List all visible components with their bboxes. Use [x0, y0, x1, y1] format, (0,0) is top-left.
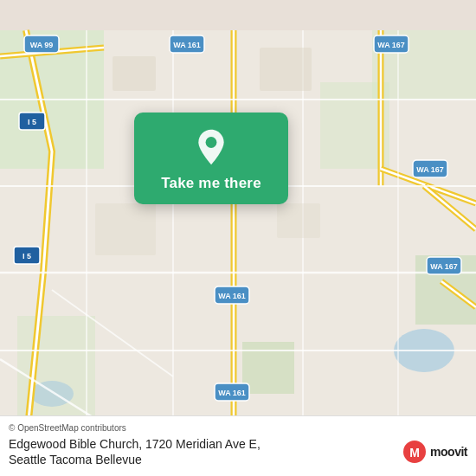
svg-text:M: M — [409, 446, 420, 460]
location-text: Edgewood Bible Church, 1720 Meridian Ave… — [9, 436, 394, 467]
svg-text:WA 99: WA 99 — [30, 41, 54, 49]
location-pin-icon — [192, 128, 230, 166]
info-bar: © OpenStreetMap contributors Edgewood Bi… — [0, 415, 476, 476]
svg-rect-49 — [113, 56, 156, 91]
svg-text:WA 167: WA 167 — [416, 165, 444, 174]
svg-rect-52 — [277, 203, 320, 238]
svg-text:WA 167: WA 167 — [377, 41, 405, 49]
moovit-logo: M moovit — [402, 440, 467, 464]
svg-text:WA 167: WA 167 — [430, 262, 458, 271]
svg-text:I 5: I 5 — [28, 118, 36, 126]
take-me-there-label: Take me there — [161, 175, 261, 192]
svg-text:I 5: I 5 — [23, 252, 31, 261]
map-container: WA 99 WA 161 WA 167 WA 167 WA 167 I 5 I … — [0, 0, 476, 476]
location-city: Seattle Tacoma Bellevue — [9, 453, 142, 466]
svg-point-8 — [30, 381, 74, 407]
map-background: WA 99 WA 161 WA 167 WA 167 WA 167 I 5 I … — [0, 0, 476, 476]
copyright-text: © OpenStreetMap contributors — [9, 423, 467, 433]
svg-text:WA 161: WA 161 — [218, 292, 246, 300]
svg-point-53 — [206, 137, 217, 148]
svg-text:WA 161: WA 161 — [173, 41, 201, 49]
moovit-label: moovit — [430, 445, 467, 459]
info-bottom-row: Edgewood Bible Church, 1720 Meridian Ave… — [9, 436, 467, 467]
action-card[interactable]: Take me there — [134, 113, 288, 204]
moovit-brand-icon: M — [402, 440, 427, 464]
svg-rect-50 — [260, 48, 312, 91]
svg-rect-51 — [95, 203, 156, 255]
location-name: Edgewood Bible Church, 1720 Meridian Ave… — [9, 437, 261, 451]
svg-text:WA 161: WA 161 — [218, 389, 246, 397]
